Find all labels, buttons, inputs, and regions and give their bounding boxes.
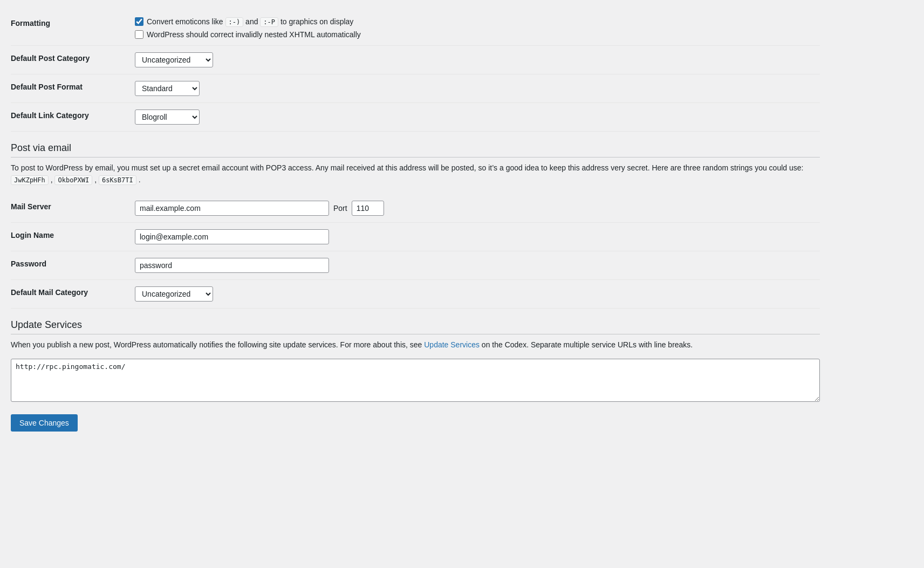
update-services-textarea[interactable]: http://rpc.pingomatic.com/: [11, 359, 820, 402]
random-string-1: JwKZpHFh: [11, 175, 49, 185]
default-mail-category-row: Default Mail Category Uncategorized: [11, 279, 820, 308]
xhtml-checkbox[interactable]: [135, 30, 143, 39]
default-post-format-select[interactable]: Standard Aside Image Video Quote Link: [135, 81, 200, 96]
default-mail-category-select[interactable]: Uncategorized: [135, 286, 213, 302]
xhtml-label: WordPress should correct invalidly neste…: [147, 30, 361, 39]
update-services-desc: When you publish a new post, WordPress a…: [11, 339, 820, 351]
default-post-format-label: Default Post Format: [11, 74, 129, 103]
update-services-title: Update Services: [11, 319, 820, 334]
mail-server-field: Port: [129, 194, 820, 223]
default-post-category-select[interactable]: Uncategorized: [135, 52, 213, 67]
formatting-label: Formatting: [11, 11, 129, 46]
formatting-options: Convert emoticons like :-) and :-P to gr…: [129, 11, 820, 46]
login-name-field: [129, 222, 820, 251]
save-changes-button[interactable]: Save Changes: [11, 414, 78, 432]
xhtml-row: WordPress should correct invalidly neste…: [135, 30, 815, 39]
port-label: Port: [333, 204, 347, 213]
mail-settings-form: Mail Server Port Login Name: [11, 194, 820, 309]
default-post-category-field: Uncategorized: [129, 46, 820, 74]
default-link-category-field: Blogroll: [129, 103, 820, 132]
port-input[interactable]: [352, 201, 384, 216]
password-field: [129, 251, 820, 279]
default-post-format-field: Standard Aside Image Video Quote Link: [129, 74, 820, 103]
password-row: Password: [11, 251, 820, 279]
emoticon2-code: :-P: [260, 17, 278, 27]
default-link-category-row: Default Link Category Blogroll: [11, 103, 820, 132]
mail-server-input[interactable]: [135, 201, 329, 216]
login-name-input[interactable]: [135, 229, 329, 244]
default-post-category-row: Default Post Category Uncategorized: [11, 46, 820, 74]
emoticons-label: Convert emoticons like :-) and :-P to gr…: [147, 17, 353, 26]
default-link-category-label: Default Link Category: [11, 103, 129, 132]
settings-form: Formatting Convert emoticons like :-) an…: [11, 11, 820, 132]
login-name-label: Login Name: [11, 222, 129, 251]
update-services-link[interactable]: Update Services: [424, 340, 480, 349]
default-mail-category-label: Default Mail Category: [11, 279, 129, 308]
password-label: Password: [11, 251, 129, 279]
default-post-format-row: Default Post Format Standard Aside Image…: [11, 74, 820, 103]
default-mail-category-field: Uncategorized: [129, 279, 820, 308]
emoticons-row: Convert emoticons like :-) and :-P to gr…: [135, 17, 815, 26]
post-via-email-title: Post via email: [11, 142, 820, 158]
post-via-email-desc: To post to WordPress by email, you must …: [11, 162, 820, 186]
mail-server-row: Mail Server Port: [11, 194, 820, 223]
login-name-row: Login Name: [11, 222, 820, 251]
mail-server-label: Mail Server: [11, 194, 129, 223]
default-link-category-select[interactable]: Blogroll: [135, 110, 200, 125]
emoticons-checkbox[interactable]: [135, 17, 143, 26]
random-string-3: 6sKsB7TI: [99, 175, 136, 185]
random-string-2: OkboPXWI: [54, 175, 92, 185]
mail-server-inputs: Port: [135, 201, 815, 216]
emoticon1-code: :-): [225, 17, 244, 27]
password-input[interactable]: [135, 258, 329, 273]
default-post-category-label: Default Post Category: [11, 46, 129, 74]
formatting-row: Formatting Convert emoticons like :-) an…: [11, 11, 820, 46]
